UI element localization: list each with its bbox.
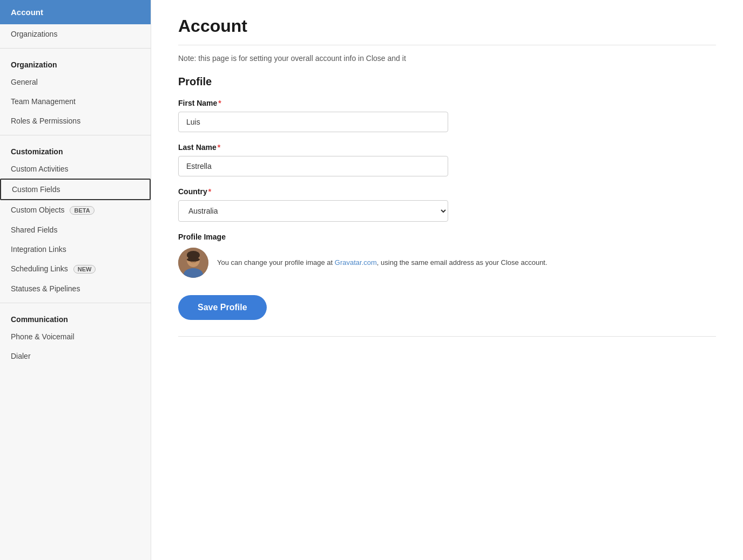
sidebar-item-custom-activities[interactable]: Custom Activities	[0, 159, 151, 179]
sidebar-divider-2	[0, 135, 151, 135]
country-select[interactable]: Australia United States United Kingdom C…	[178, 200, 448, 222]
svg-point-3	[187, 257, 200, 262]
sidebar-heading-communication: Communication	[0, 308, 151, 327]
sidebar-item-team-management[interactable]: Team Management	[0, 92, 151, 111]
profile-image-label: Profile Image	[178, 233, 716, 241]
main-content: Account Note: this page is for setting y…	[151, 0, 743, 560]
last-name-label: Last Name*	[178, 143, 716, 152]
sidebar-item-scheduling-links[interactable]: Scheduling Links NEW	[0, 259, 151, 279]
page-divider-bottom	[178, 336, 716, 337]
page-title: Account	[178, 16, 716, 36]
last-name-required: *	[218, 143, 220, 152]
page-divider-top	[178, 45, 716, 45]
sidebar-item-account[interactable]: Account	[0, 0, 151, 24]
gravatar-link[interactable]: Gravatar.com	[335, 258, 377, 267]
sidebar-item-phone-voicemail[interactable]: Phone & Voicemail	[0, 327, 151, 346]
avatar-image	[178, 248, 208, 278]
svg-point-6	[195, 259, 197, 261]
first-name-required: *	[218, 99, 221, 107]
sidebar: Account Organizations Organization Gener…	[0, 0, 151, 560]
profile-image-section: Profile Image	[178, 233, 716, 278]
sidebar-item-shared-fields[interactable]: Shared Fields	[0, 220, 151, 240]
sidebar-item-statuses-pipelines[interactable]: Statuses & Pipelines	[0, 279, 151, 298]
profile-image-row: You can change your profile image at Gra…	[178, 248, 716, 278]
country-required: *	[208, 187, 211, 196]
avatar	[178, 248, 208, 278]
sidebar-item-dialer[interactable]: Dialer	[0, 346, 151, 366]
first-name-input[interactable]	[178, 112, 448, 132]
first-name-group: First Name*	[178, 99, 716, 132]
sidebar-item-custom-fields[interactable]: Custom Fields	[0, 179, 151, 200]
sidebar-item-organizations[interactable]: Organizations	[0, 24, 151, 44]
sidebar-heading-organization: Organization	[0, 53, 151, 72]
first-name-label: First Name*	[178, 99, 716, 107]
sidebar-divider-1	[0, 48, 151, 49]
country-label: Country*	[178, 187, 716, 196]
sidebar-item-roles-permissions[interactable]: Roles & Permissions	[0, 111, 151, 131]
sidebar-item-general[interactable]: General	[0, 72, 151, 92]
country-group: Country* Australia United States United …	[178, 187, 716, 222]
sidebar-heading-customization: Customization	[0, 140, 151, 159]
sidebar-divider-3	[0, 303, 151, 303]
sidebar-item-custom-objects[interactable]: Custom Objects BETA	[0, 200, 151, 220]
svg-point-5	[190, 259, 192, 261]
note-text: Note: this page is for setting your over…	[178, 54, 716, 63]
save-profile-button[interactable]: Save Profile	[178, 295, 267, 320]
custom-objects-badge: BETA	[70, 206, 94, 215]
profile-section-title: Profile	[178, 76, 716, 88]
profile-image-description: You can change your profile image at Gra…	[217, 257, 548, 269]
last-name-input[interactable]	[178, 156, 448, 176]
scheduling-links-badge: NEW	[73, 265, 96, 274]
sidebar-item-integration-links[interactable]: Integration Links	[0, 240, 151, 259]
last-name-group: Last Name*	[178, 143, 716, 176]
